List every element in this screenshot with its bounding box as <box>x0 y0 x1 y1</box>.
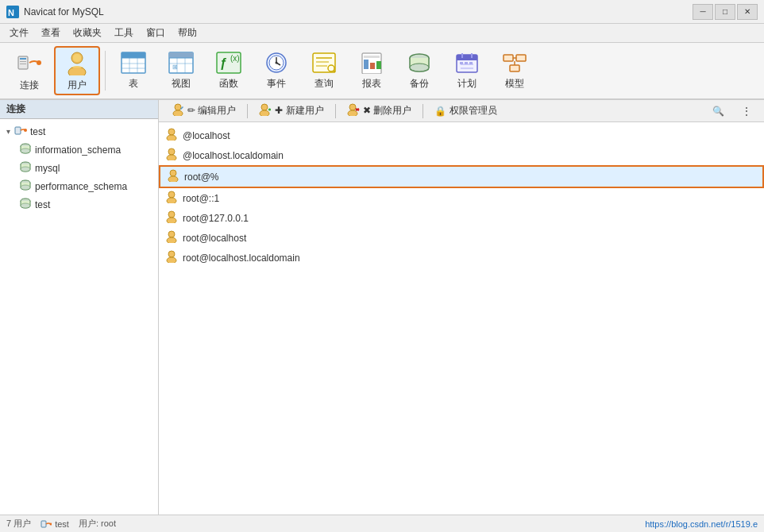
svg-point-87 <box>168 211 175 218</box>
delete-user-label: ✖ 删除用户 <box>363 104 411 118</box>
edit-user-btn[interactable]: ✏ 编辑用户 <box>165 102 242 120</box>
delete-user-btn[interactable]: ✖ 删除用户 <box>341 102 418 120</box>
view-label: 视图 <box>172 77 191 91</box>
schedule-label: 计划 <box>457 77 477 91</box>
toolbar-view[interactable]: ⊞ 视图 <box>158 46 204 95</box>
tree-db-information-schema[interactable]: information_schema <box>0 141 158 159</box>
menu-window[interactable]: 窗口 <box>140 25 172 41</box>
user-name: @localhost <box>183 130 230 141</box>
toolbar-table[interactable]: 表 <box>110 46 156 95</box>
toolbar-model[interactable]: 模型 <box>492 46 538 95</box>
content-area: ✏ 编辑用户 ✚ 新建用户 <box>159 100 764 515</box>
tree-db-mysql[interactable]: mysql <box>0 159 158 177</box>
model-label: 模型 <box>505 77 524 91</box>
svg-point-91 <box>168 251 175 257</box>
user-name: root@localhost <box>183 233 246 244</box>
maximize-button[interactable]: □ <box>715 4 735 20</box>
user-item-root-localhost[interactable]: root@localhost <box>159 228 764 248</box>
table-icon <box>121 51 146 74</box>
status-connection: test <box>41 519 69 530</box>
svg-point-69 <box>175 104 181 110</box>
privilege-manager-btn[interactable]: 🔒 权限管理员 <box>428 102 504 119</box>
delete-icon <box>347 103 360 118</box>
db-name-information-schema: information_schema <box>35 145 121 156</box>
event-label: 事件 <box>267 77 286 91</box>
user-item-root-127001[interactable]: root@127.0.0.1 <box>159 208 764 228</box>
menu-view[interactable]: 查看 <box>35 25 67 41</box>
menu-help[interactable]: 帮助 <box>172 25 203 41</box>
menu-favorites[interactable]: 收藏夹 <box>67 25 108 41</box>
query-label: 查询 <box>314 77 334 91</box>
user-item-root-localhost-localdomain[interactable]: root@localhost.localdomain <box>159 248 764 268</box>
svg-rect-18 <box>169 52 193 58</box>
tree-connection-test[interactable]: ▾ test <box>0 122 158 141</box>
minimize-button[interactable]: ─ <box>693 4 713 20</box>
window-controls: ─ □ ✕ <box>693 4 758 20</box>
user-person-icon <box>165 191 178 206</box>
toolbar-connect[interactable]: 连接 <box>6 46 52 95</box>
sidebar: 连接 ▾ test <box>0 100 159 515</box>
toolbar-event[interactable]: 事件 <box>253 46 299 95</box>
svg-point-88 <box>167 218 176 223</box>
svg-rect-41 <box>370 63 375 69</box>
svg-point-66 <box>21 185 30 190</box>
toolbar-function[interactable]: ƒ (x) 函数 <box>206 46 252 95</box>
report-icon <box>359 51 384 74</box>
user-item-localhost-localdomain[interactable]: @localhost.localdomain <box>159 145 764 165</box>
svg-rect-56 <box>510 65 519 71</box>
svg-rect-42 <box>376 61 381 69</box>
menu-tools[interactable]: 工具 <box>108 25 140 41</box>
sidebar-tree: ▾ test <box>0 119 158 515</box>
svg-rect-59 <box>15 127 21 134</box>
tree-db-performance-schema[interactable]: performance_schema <box>0 177 158 195</box>
svg-point-8 <box>68 67 86 75</box>
svg-text:ƒ: ƒ <box>220 56 227 70</box>
user-icon <box>64 50 90 75</box>
svg-point-75 <box>349 104 356 110</box>
toolbar-user[interactable]: 用户 <box>54 46 100 95</box>
toolbar-backup[interactable]: 备份 <box>396 46 442 95</box>
svg-point-60 <box>24 129 27 132</box>
svg-point-86 <box>167 198 176 203</box>
report-label: 报表 <box>362 77 381 91</box>
users-list: @localhost @localhost.localdomain <box>159 122 764 515</box>
menu-bar: 文件 查看 收藏夹 工具 窗口 帮助 <box>0 24 764 43</box>
edit-icon <box>172 103 184 118</box>
toolbar-right: 🔍 ⋮ <box>706 104 758 118</box>
status-user: 用户: root <box>79 518 116 530</box>
db-name-performance-schema: performance_schema <box>35 181 127 192</box>
svg-point-90 <box>167 237 176 243</box>
db-name-test: test <box>35 199 50 210</box>
more-btn[interactable]: ⋮ <box>735 104 758 118</box>
svg-point-81 <box>168 148 175 155</box>
menu-file[interactable]: 文件 <box>3 25 35 41</box>
backup-icon <box>407 51 432 74</box>
connect-label: 连接 <box>20 79 39 92</box>
tree-expand-icon[interactable]: ▾ <box>3 127 13 137</box>
toolbar-schedule[interactable]: 计划 <box>444 46 490 95</box>
toolbar-report[interactable]: 报表 <box>349 46 395 95</box>
search-btn[interactable]: 🔍 <box>706 104 731 118</box>
user-item-localhost[interactable]: @localhost <box>159 125 764 145</box>
user-person-icon <box>165 230 178 245</box>
svg-text:⊞: ⊞ <box>172 64 178 71</box>
close-button[interactable]: ✕ <box>737 4 758 20</box>
tree-db-test[interactable]: test <box>0 195 158 214</box>
svg-rect-5 <box>20 64 26 64</box>
status-count: 7 用户 <box>6 518 31 530</box>
new-user-btn[interactable]: ✚ 新建用户 <box>253 102 330 120</box>
svg-rect-32 <box>313 53 335 72</box>
user-name: root@% <box>184 172 219 183</box>
toolbar-query[interactable]: 查询 <box>301 46 347 95</box>
user-item-root-percent[interactable]: root@% <box>159 165 764 188</box>
svg-rect-46 <box>457 55 477 60</box>
event-icon <box>264 51 289 74</box>
svg-text:(x): (x) <box>230 54 240 63</box>
svg-rect-51 <box>460 62 463 64</box>
svg-point-79 <box>168 129 175 135</box>
svg-rect-53 <box>469 62 473 64</box>
svg-line-37 <box>334 71 335 72</box>
user-item-root-ipv6[interactable]: root@::1 <box>159 188 764 208</box>
svg-point-85 <box>168 191 175 198</box>
ct-sep1 <box>247 104 248 118</box>
